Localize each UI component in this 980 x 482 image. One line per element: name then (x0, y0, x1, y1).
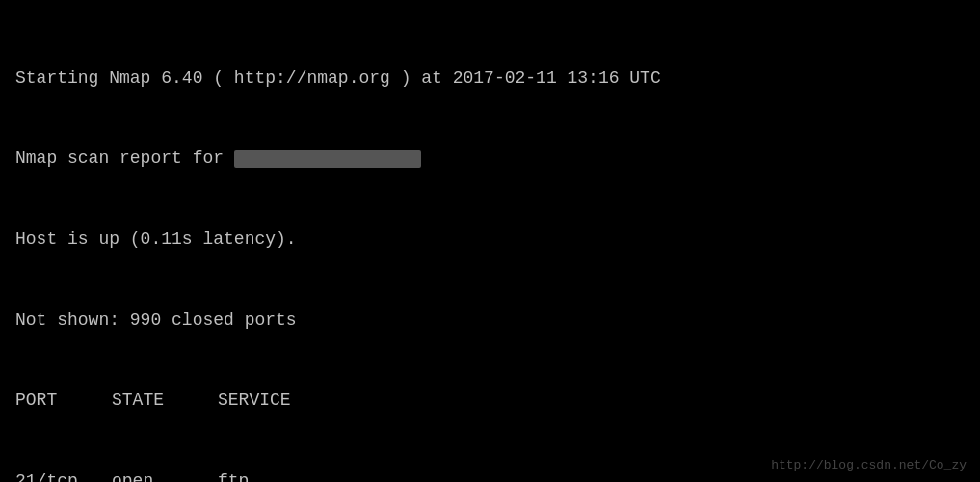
line-header: PORTSTATESERVICE (15, 388, 965, 415)
state-0: open (112, 469, 218, 482)
col-header-service: SERVICE (218, 388, 291, 415)
col-header-state: STATE (112, 388, 218, 415)
terminal-output: Starting Nmap 6.40 ( http://nmap.org ) a… (0, 0, 980, 482)
watermark: http://blog.csdn.net/Co_zy (771, 458, 967, 472)
line-host-up: Host is up (0.11s latency). (15, 227, 965, 254)
line-scan-report: Nmap scan report for (15, 146, 965, 173)
redacted-ip (234, 150, 421, 168)
col-header-port: PORT (15, 388, 112, 415)
port-0: 21/tcp (15, 469, 112, 482)
service-0: ftp (218, 469, 249, 482)
line-not-shown: Not shown: 990 closed ports (15, 308, 965, 335)
scan-report-prefix: Nmap scan report for (15, 148, 234, 168)
line-starting: Starting Nmap 6.40 ( http://nmap.org ) a… (15, 66, 965, 93)
